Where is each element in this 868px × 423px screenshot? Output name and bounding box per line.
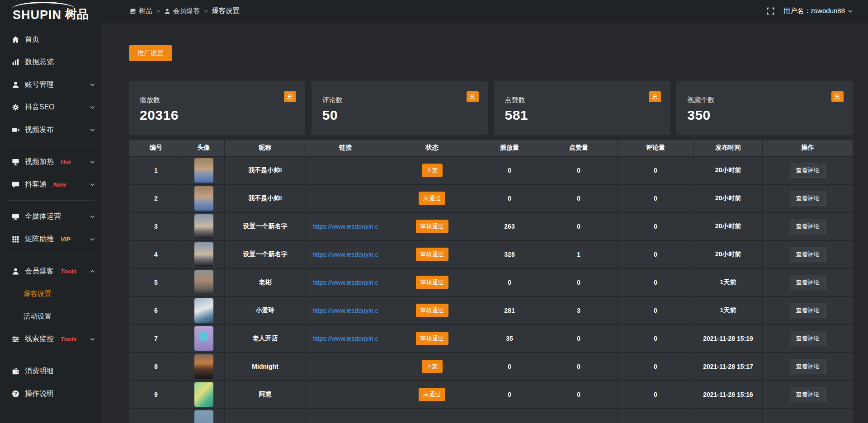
video-link[interactable]: https://www.iesdouyin.c bbox=[312, 335, 378, 342]
plays-cell: 281 bbox=[479, 296, 540, 324]
link-cell: https://www.iesdouyin.c bbox=[306, 268, 385, 296]
publish-time-cell: 1天前 bbox=[694, 268, 763, 296]
video-link[interactable]: https://www.iesdouyin.c bbox=[312, 307, 378, 314]
sidebar-menu: 首页数据总览账号管理抖音SEO视频发布视频加热Hot抖客通New全媒体运营矩阵助… bbox=[0, 25, 102, 405]
sidebar-item-tag: Hot bbox=[61, 159, 71, 165]
link-cell: https://www.iesdouyin.c bbox=[306, 240, 385, 268]
stat-label: 点赞数 bbox=[505, 96, 660, 104]
sidebar-item[interactable]: 线索监控Tools bbox=[0, 328, 102, 350]
likes-cell: 0 bbox=[540, 352, 618, 381]
sidebar-item-tag: New bbox=[53, 181, 66, 188]
row-number-cell: 4 bbox=[129, 240, 183, 268]
view-comments-button[interactable]: 查看评论 bbox=[790, 219, 826, 234]
row-number-cell: 9 bbox=[129, 381, 183, 409]
sidebar-item[interactable]: 账号管理 bbox=[0, 73, 102, 96]
likes-cell: 1 bbox=[540, 240, 618, 268]
nickname-cell: 我不是小帅! bbox=[225, 156, 306, 184]
view-comments-button[interactable]: 查看评论 bbox=[790, 191, 826, 206]
sidebar-item-label: 矩阵助推 bbox=[25, 235, 54, 244]
link-cell bbox=[306, 352, 385, 381]
sidebar-item-label: 视频发布 bbox=[25, 125, 54, 135]
publish-time-cell: 20小时前 bbox=[694, 240, 763, 268]
sidebar-item-label: 操作说明 bbox=[25, 389, 54, 399]
breadcrumb-item-member[interactable]: 会员爆客 bbox=[164, 7, 200, 15]
link-cell bbox=[306, 184, 385, 212]
promotion-settings-button[interactable]: 推广设置 bbox=[129, 45, 172, 61]
link-cell: https://www.iesdouyin.c bbox=[306, 324, 385, 352]
main-content: 推广设置 播放数20316总评论数50总点赞数581总视频个数350总 编号头像… bbox=[102, 23, 868, 423]
chevron-down-icon bbox=[90, 159, 95, 165]
likes-cell: 0 bbox=[540, 184, 618, 212]
column-header: 发布时间 bbox=[694, 140, 763, 156]
view-comments-button[interactable]: 查看评论 bbox=[790, 359, 826, 374]
view-comments-button[interactable]: 查看评论 bbox=[790, 163, 826, 178]
gear-icon bbox=[12, 103, 19, 111]
publish-time-cell bbox=[694, 409, 763, 423]
row-number-cell: 7 bbox=[129, 324, 183, 352]
view-comments-button[interactable]: 查看评论 bbox=[790, 275, 826, 290]
sliders-icon bbox=[12, 335, 19, 343]
sidebar-item[interactable]: 操作说明 bbox=[0, 382, 102, 405]
publish-time-cell: 20小时前 bbox=[694, 212, 763, 240]
sidebar-item[interactable]: 消费明细 bbox=[0, 360, 102, 382]
user-menu[interactable]: 用户名：zswodun88 bbox=[783, 7, 853, 15]
video-link[interactable]: https://www.iesdouyin.c bbox=[312, 223, 378, 230]
view-comments-button[interactable]: 查看评论 bbox=[790, 247, 826, 262]
comments-cell: 0 bbox=[618, 240, 694, 268]
view-comments-button[interactable]: 查看评论 bbox=[790, 303, 826, 318]
plays-cell: 0 bbox=[479, 184, 540, 212]
likes-cell: 0 bbox=[540, 156, 618, 184]
link-cell bbox=[306, 409, 385, 423]
status-cell: 下架 bbox=[385, 352, 479, 381]
video-link[interactable]: https://www.iesdouyin.c bbox=[312, 251, 378, 258]
chevron-down-icon bbox=[90, 127, 95, 133]
table-row: 8Midnight下架0002021-11-28 15:17查看评论 bbox=[129, 352, 853, 381]
sidebar-item[interactable]: 抖客通New bbox=[0, 173, 102, 196]
table-row: 1我不是小帅!下架00020小时前查看评论 bbox=[129, 156, 853, 184]
breadcrumb-separator: > bbox=[156, 8, 160, 14]
sidebar-item[interactable]: 数据总览 bbox=[0, 51, 102, 73]
sidebar-subitem[interactable]: 活动设置 bbox=[0, 305, 102, 328]
avatar-cell bbox=[183, 184, 225, 212]
row-number-cell: 3 bbox=[129, 212, 183, 240]
video-link[interactable]: https://www.iesdouyin.c bbox=[312, 279, 378, 286]
sidebar-item[interactable]: 视频发布 bbox=[0, 118, 102, 141]
sidebar-divider bbox=[7, 146, 94, 146]
sidebar-item[interactable]: 会员爆客Tools bbox=[0, 260, 102, 282]
table-row: 4设置一个新名字https://www.iesdouyin.c审核通过32810… bbox=[129, 240, 853, 268]
action-cell: 查看评论 bbox=[763, 156, 853, 184]
comments-cell: 0 bbox=[618, 296, 694, 324]
chevron-down-icon bbox=[90, 82, 95, 88]
column-header: 点赞量 bbox=[540, 140, 618, 156]
view-comments-button[interactable]: 查看评论 bbox=[790, 331, 826, 346]
dashboard-icon bbox=[130, 8, 136, 14]
nickname-cell: Midnight bbox=[225, 352, 306, 381]
stats-row: 播放数20316总评论数50总点赞数581总视频个数350总 bbox=[129, 81, 853, 135]
username-label: 用户名：zswodun88 bbox=[783, 7, 845, 15]
sidebar-item[interactable]: 抖音SEO bbox=[0, 96, 102, 118]
row-number-cell bbox=[129, 409, 183, 423]
chevron-down-icon bbox=[90, 214, 95, 220]
sidebar-subitem[interactable]: 爆客设置 bbox=[0, 282, 102, 305]
sidebar-item-tag: VIP bbox=[61, 236, 71, 243]
sidebar-item-label: 抖客通 bbox=[25, 180, 47, 189]
sidebar-item[interactable]: 视频加热Hot bbox=[0, 150, 102, 173]
link-cell: https://www.iesdouyin.c bbox=[306, 296, 385, 324]
sidebar-item[interactable]: 首页 bbox=[0, 28, 102, 51]
status-badge: 未通过 bbox=[419, 192, 445, 205]
row-number-cell: 1 bbox=[129, 156, 183, 184]
sidebar-item-label: 会员爆客 bbox=[25, 267, 54, 276]
avatar-cell bbox=[183, 324, 225, 352]
status-cell bbox=[385, 409, 479, 423]
sidebar-item[interactable]: 矩阵助推VIP bbox=[0, 228, 102, 250]
sidebar-item-label: 抖音SEO bbox=[25, 103, 55, 112]
avatar bbox=[194, 158, 213, 183]
comments-cell: 0 bbox=[618, 381, 694, 409]
view-comments-button[interactable]: 查看评论 bbox=[790, 387, 826, 402]
comment-icon bbox=[12, 181, 19, 188]
fullscreen-icon[interactable] bbox=[767, 7, 774, 15]
breadcrumb-item-home[interactable]: 树品 bbox=[130, 7, 152, 15]
table-row: 7老人开店https://www.iesdouyin.c审核通过35002021… bbox=[129, 324, 853, 352]
sidebar-item[interactable]: 全媒体运营 bbox=[0, 205, 102, 228]
breadcrumb-separator: > bbox=[204, 8, 208, 14]
